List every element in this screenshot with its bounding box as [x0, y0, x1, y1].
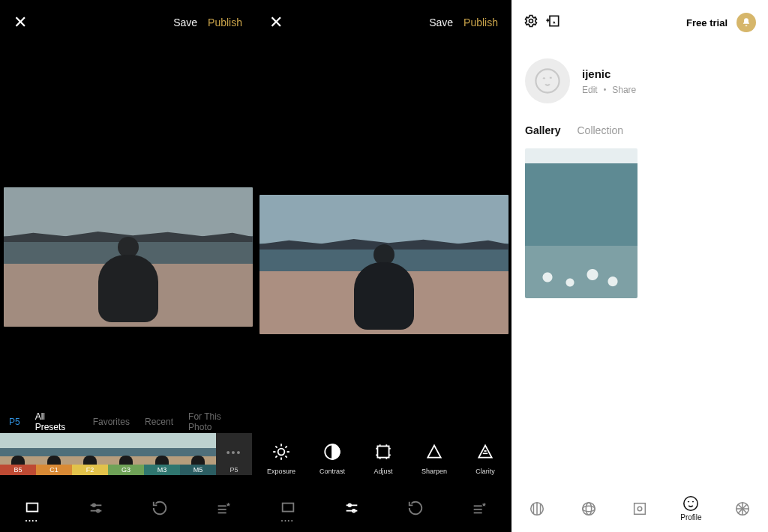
nav-spaces[interactable]: [717, 485, 768, 532]
topbar: Free trial: [512, 0, 768, 45]
svg-line-14: [275, 446, 277, 447]
nav-history[interactable]: [128, 484, 192, 532]
preset-thumb-g3[interactable]: G3: [108, 433, 144, 475]
contrast-icon: [322, 442, 342, 462]
publish-button[interactable]: Publish: [464, 16, 498, 28]
preset-thumb-b5[interactable]: B5: [0, 433, 36, 475]
tool-label: Contrast: [320, 468, 345, 475]
close-button[interactable]: ✕: [14, 13, 27, 32]
profile-screen: Free trial ijenic Edit • Share Gallery: [512, 0, 768, 532]
preset-thumb-m5[interactable]: M5: [180, 433, 216, 475]
svg-line-17: [285, 446, 286, 447]
tool-label: Clarity: [476, 468, 495, 475]
nav-feed[interactable]: [512, 485, 562, 532]
svg-point-53: [582, 502, 595, 515]
nav-history[interactable]: [384, 484, 448, 532]
app-bottom-nav: Profile: [512, 484, 768, 532]
svg-point-47: [536, 69, 559, 92]
exposure-icon: [272, 442, 291, 462]
editor-bottom-nav: ••••: [0, 484, 256, 532]
nav-adjust[interactable]: [320, 484, 383, 532]
username: ijenic: [582, 67, 636, 80]
tool-label: Exposure: [267, 468, 296, 475]
close-button[interactable]: ✕: [269, 13, 283, 32]
preset-code: C1: [36, 465, 72, 475]
notifications-icon[interactable]: [736, 13, 756, 32]
topbar: ✕ Save Publish: [256, 0, 512, 45]
svg-marker-28: [428, 445, 440, 457]
gallery-photo[interactable]: [525, 148, 638, 298]
preset-strip[interactable]: B5C1F2G3M3M5•••P5: [0, 433, 256, 475]
nav-adjust[interactable]: [64, 484, 128, 532]
tool-exposure[interactable]: Exposure: [256, 423, 307, 475]
svg-point-55: [586, 502, 591, 515]
photo-card: [4, 187, 253, 327]
tool-label: Sharpen: [422, 468, 447, 475]
preset-code: B5: [0, 465, 36, 475]
add-friend-icon[interactable]: [546, 13, 561, 31]
nav-discover[interactable]: [562, 485, 614, 532]
tab-current-preset[interactable]: P5: [9, 417, 20, 427]
adjust-tools-row[interactable]: ExposureContrastAdjustSharpenClaritySatu…: [256, 423, 512, 475]
preset-thumb-f2[interactable]: F2: [72, 433, 108, 475]
svg-point-54: [582, 506, 595, 511]
editor-presets-screen: ✕ Save Publish P5 All Presets Favorites …: [0, 0, 256, 532]
preset-code: M5: [180, 465, 216, 475]
clarity-icon: [476, 442, 495, 462]
svg-point-9: [278, 449, 285, 456]
svg-point-42: [530, 19, 533, 23]
topbar: ✕ Save Publish: [0, 0, 256, 45]
preset-thumb-m3[interactable]: M3: [144, 433, 180, 475]
preset-code: G3: [108, 465, 144, 475]
edit-profile-link[interactable]: Edit: [582, 85, 598, 95]
tool-clarity[interactable]: Clarity: [460, 423, 511, 475]
photo-card: [260, 195, 508, 334]
nav-profile[interactable]: Profile: [665, 485, 716, 532]
profile-header: ijenic Edit • Share: [512, 45, 768, 103]
save-button[interactable]: Save: [173, 16, 197, 28]
svg-rect-33: [282, 504, 293, 512]
profile-tabs: Gallery Collection: [512, 103, 768, 144]
svg-point-57: [638, 507, 642, 511]
sharpen-icon: [424, 442, 444, 462]
publish-button[interactable]: Publish: [208, 16, 242, 28]
svg-line-15: [285, 456, 286, 457]
tab-for-this-photo[interactable]: For This Photo: [188, 411, 247, 432]
preset-code: F2: [72, 465, 108, 475]
tool-adjust[interactable]: Adjust: [358, 423, 409, 475]
preset-thumb-c1[interactable]: C1: [36, 433, 72, 475]
save-button[interactable]: Save: [429, 16, 453, 28]
svg-line-16: [275, 456, 277, 457]
svg-rect-56: [634, 503, 646, 514]
preset-thumb-more[interactable]: •••P5: [216, 433, 252, 475]
tool-contrast[interactable]: Contrast: [307, 423, 358, 475]
nav-presets[interactable]: ••••: [0, 484, 64, 532]
share-profile-link[interactable]: Share: [612, 85, 636, 95]
svg-point-58: [684, 497, 698, 510]
adjust-icon: [374, 442, 393, 462]
avatar[interactable]: [525, 58, 570, 103]
tab-gallery[interactable]: Gallery: [525, 124, 560, 136]
preset-code: M3: [144, 465, 180, 475]
nav-studio[interactable]: [614, 485, 665, 532]
photo-preview[interactable]: [256, 131, 512, 397]
tab-favorites[interactable]: Favorites: [93, 417, 130, 427]
svg-rect-0: [26, 504, 38, 512]
free-trial-button[interactable]: Free trial: [686, 17, 728, 28]
tab-collection[interactable]: Collection: [577, 124, 622, 136]
settings-gear-icon[interactable]: [524, 13, 538, 31]
editor-bottom-nav: ••••: [256, 484, 512, 532]
tab-recent[interactable]: Recent: [145, 417, 173, 427]
tab-all-presets[interactable]: All Presets: [35, 411, 78, 432]
nav-recipes[interactable]: [448, 484, 512, 532]
preset-category-tabs: P5 All Presets Favorites Recent For This…: [0, 411, 256, 433]
nav-recipes[interactable]: [192, 484, 256, 532]
gallery-grid: [512, 144, 768, 303]
tool-sharpen[interactable]: Sharpen: [409, 423, 460, 475]
svg-marker-41: [482, 503, 487, 507]
editor-adjust-screen: ✕ Save Publish ExposureContrastAdjustSha…: [256, 0, 512, 532]
svg-marker-44: [553, 21, 555, 23]
photo-preview[interactable]: [0, 116, 256, 397]
svg-rect-43: [550, 16, 559, 25]
nav-presets[interactable]: ••••: [256, 484, 320, 532]
